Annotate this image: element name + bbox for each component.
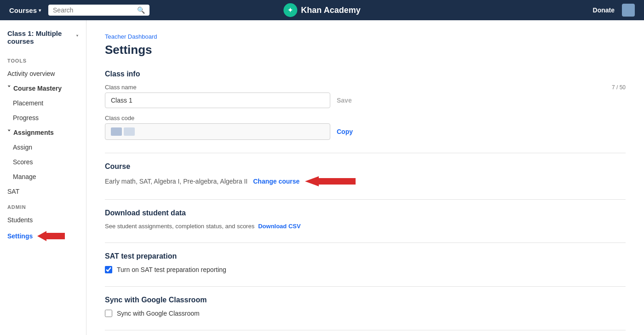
sidebar-item-students[interactable]: Students (0, 213, 86, 227)
settings-arrow-annotation (37, 231, 65, 241)
assignments-label: Assignments (13, 129, 54, 136)
class-info-title: Class info (105, 70, 626, 78)
class-code-field-label: Class code (105, 115, 626, 121)
donate-button[interactable]: Donate (593, 6, 615, 14)
sidebar: Class 1: Multiple courses ˅ TOOLS Activi… (0, 20, 86, 335)
code-block-1 (111, 127, 122, 136)
divider-4 (105, 286, 626, 287)
course-section-title: Course (105, 162, 626, 171)
admin-section-label: ADMIN (0, 199, 86, 213)
svg-marker-0 (37, 231, 65, 241)
copy-button[interactable]: Copy (335, 124, 355, 139)
search-box[interactable]: 🔍 (48, 5, 150, 16)
courses-menu[interactable]: Courses ▾ (9, 6, 41, 14)
logo-text: Khan Academy (301, 6, 360, 15)
assignments-chevron-icon: ˅ (7, 129, 11, 136)
class-name-field-label: Class name 7 / 50 (105, 84, 626, 91)
topnav-right: Donate (593, 4, 635, 17)
class-info-section: Class info Class name 7 / 50 Save Class … (105, 70, 626, 140)
class-code-input-row: Copy (105, 123, 626, 140)
main-content: Teacher Dashboard Settings Class info Cl… (86, 20, 644, 335)
page-layout: Class 1: Multiple courses ˅ TOOLS Activi… (0, 20, 644, 335)
scores-label: Scores (13, 158, 33, 166)
breadcrumb[interactable]: Teacher Dashboard (105, 33, 626, 40)
class-name-text: Class 1: Multiple courses (7, 29, 74, 45)
code-block-2 (124, 127, 135, 136)
divider-1 (105, 153, 626, 153)
sidebar-item-scores[interactable]: Scores (0, 155, 86, 169)
sat-label: SAT (7, 188, 19, 195)
svg-marker-1 (305, 176, 356, 186)
sat-section-title: SAT test preparation (105, 252, 626, 260)
sat-section: SAT test preparation Turn on SAT test pr… (105, 252, 626, 273)
char-count: 7 / 50 (612, 84, 626, 91)
class-name-input[interactable] (105, 92, 330, 108)
sync-checkbox-label: Sync with Google Classroom (117, 310, 200, 317)
assign-label: Assign (13, 144, 32, 151)
course-row: Early math, SAT, Algebra I, Pre-algebra,… (105, 176, 626, 186)
courses-text: Early math, SAT, Algebra I, Pre-algebra,… (105, 178, 247, 185)
download-section: Download student data See student assign… (105, 209, 626, 230)
download-section-title: Download student data (105, 209, 626, 217)
class-name-header[interactable]: Class 1: Multiple courses ˅ (0, 29, 86, 52)
class-name-input-row: Save (105, 92, 626, 108)
sync-checkbox[interactable] (105, 310, 112, 317)
download-description-text: See student assignments, completion stat… (105, 223, 254, 230)
divider-3 (105, 243, 626, 243)
course-mastery-chevron-icon: ˅ (7, 85, 11, 92)
progress-label: Progress (13, 114, 39, 121)
activity-overview-label: Activity overview (7, 70, 55, 77)
search-icon: 🔍 (137, 6, 145, 14)
sidebar-item-settings[interactable]: Settings (0, 227, 86, 245)
download-csv-link[interactable]: Download CSV (258, 223, 300, 230)
change-course-link[interactable]: Change course (253, 178, 299, 185)
page-title: Settings (105, 43, 626, 57)
sidebar-item-progress[interactable]: Progress (0, 110, 86, 125)
sat-checkbox[interactable] (105, 266, 112, 273)
class-name-label-text: Class name (105, 84, 137, 91)
save-button[interactable]: Save (335, 93, 354, 108)
divider-2 (105, 199, 626, 200)
divider-5 (105, 330, 626, 330)
class-code-display (105, 123, 330, 140)
courses-label: Courses (9, 6, 37, 14)
sync-section: Sync with Google Classroom Sync with Goo… (105, 296, 626, 317)
download-description: See student assignments, completion stat… (105, 223, 626, 230)
tools-section-label: TOOLS (0, 52, 86, 66)
ka-logo-icon: ✦ (283, 3, 297, 17)
course-mastery-label: Course Mastery (13, 85, 62, 92)
sync-checkbox-row: Sync with Google Classroom (105, 310, 626, 317)
settings-label: Settings (7, 232, 33, 240)
search-input[interactable] (53, 6, 133, 14)
top-navigation: Courses ▾ 🔍 ✦ Khan Academy Donate (0, 0, 644, 20)
sidebar-item-course-mastery[interactable]: ˅ Course Mastery (0, 81, 86, 96)
user-avatar[interactable] (622, 4, 635, 17)
sidebar-item-assign[interactable]: Assign (0, 140, 86, 155)
sidebar-item-sat[interactable]: SAT (0, 184, 86, 199)
sat-checkbox-label: Turn on SAT test preparation reporting (117, 266, 226, 273)
manage-label: Manage (13, 173, 36, 180)
site-logo: ✦ Khan Academy (283, 3, 360, 17)
change-course-arrow-annotation (305, 176, 356, 186)
class-chevron-icon: ˅ (76, 35, 79, 40)
sidebar-item-activity-overview[interactable]: Activity overview (0, 66, 86, 81)
placement-label: Placement (13, 99, 43, 107)
class-code-label-text: Class code (105, 115, 134, 121)
sidebar-item-manage[interactable]: Manage (0, 169, 86, 184)
students-label: Students (7, 216, 33, 224)
course-section: Course Early math, SAT, Algebra I, Pre-a… (105, 162, 626, 186)
sidebar-item-placement[interactable]: Placement (0, 96, 86, 110)
sat-checkbox-row: Turn on SAT test preparation reporting (105, 266, 626, 273)
sidebar-item-assignments[interactable]: ˅ Assignments (0, 125, 86, 140)
sync-section-title: Sync with Google Classroom (105, 296, 626, 304)
courses-chevron-icon: ▾ (39, 8, 41, 13)
